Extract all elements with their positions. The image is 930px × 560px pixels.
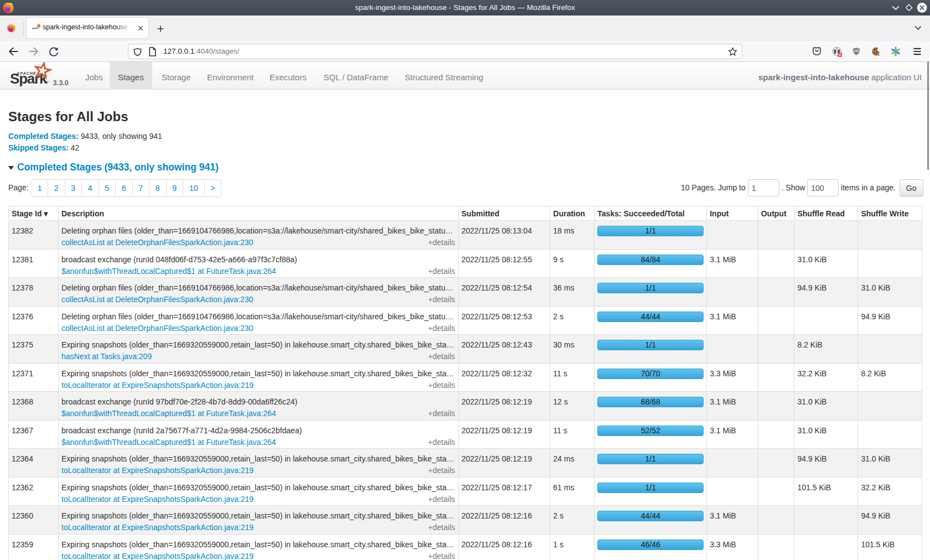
svg-text:Spark: Spark	[10, 70, 48, 87]
svg-text:TM: TM	[45, 81, 49, 84]
svg-text:UO: UO	[854, 49, 859, 53]
